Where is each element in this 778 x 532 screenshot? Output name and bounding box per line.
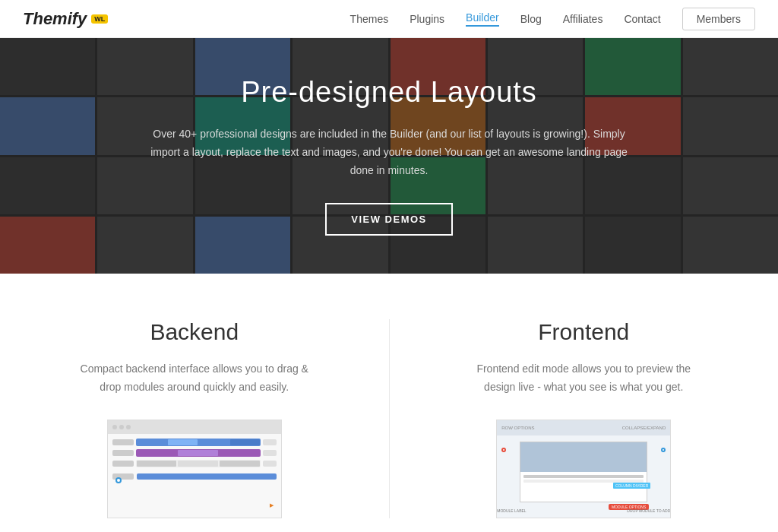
hero-section: Pre-designed Layouts Over 40+ profession… — [0, 38, 778, 274]
logo-badge: WL — [91, 14, 108, 24]
frontend-title: Frontend — [538, 319, 629, 345]
mockup-header-bar — [108, 420, 281, 434]
handle-circle — [115, 477, 122, 483]
nav-plugins[interactable]: Plugins — [410, 13, 444, 25]
backend-mockup: ▶ — [107, 420, 282, 518]
backend-description: Compact backend interface allows you to … — [73, 360, 316, 397]
dot-1 — [112, 425, 117, 429]
row-label — [112, 461, 134, 467]
row-options — [263, 461, 277, 467]
site-header: Themify WL Themes Plugins Builder Blog A… — [0, 0, 778, 38]
dot-2 — [119, 425, 124, 429]
frontend-mockup: ROW OPTIONS COLLAPSE/EXPAND COLUMN DIVID… — [496, 420, 671, 518]
logo[interactable]: Themify WL — [23, 9, 108, 29]
fm-handle-right — [661, 448, 666, 452]
dot-3 — [126, 425, 131, 429]
row-options — [263, 450, 277, 456]
fm-handle-left — [501, 448, 506, 452]
nav-blog[interactable]: Blog — [520, 13, 542, 25]
hero-title: Pre-designed Layouts — [146, 76, 632, 109]
light-bar — [136, 460, 261, 467]
row-label — [112, 450, 134, 456]
logo-text: Themify — [23, 9, 87, 29]
mockup-content — [108, 434, 281, 484]
frontend-feature: Frontend Frontend edit mode allows you t… — [390, 304, 779, 532]
fm-module-label: MODULE LABEL — [497, 508, 526, 513]
mockup-row-2 — [112, 449, 277, 457]
mockup-row-1 — [112, 439, 277, 446]
row-options — [263, 439, 277, 445]
mockup-row-4 — [112, 473, 277, 480]
backend-feature: Backend Compact backend interface allows… — [0, 304, 389, 532]
view-demos-button[interactable]: VIEW DEMOS — [325, 203, 453, 236]
nav-contact[interactable]: Contact — [624, 13, 660, 25]
fm-toolbar: ROW OPTIONS COLLAPSE/EXPAND — [497, 420, 670, 435]
mockup-row-3 — [112, 460, 277, 467]
nav-themes[interactable]: Themes — [350, 13, 389, 25]
purple-bar — [136, 449, 261, 457]
hero-description: Over 40+ professional designs are includ… — [146, 125, 632, 179]
fm-drop-module-label: DROP MODULE TO ADD — [627, 508, 670, 513]
nav-builder[interactable]: Builder — [466, 11, 499, 27]
frontend-description: Frontend edit mode allows you to preview… — [462, 360, 705, 397]
blue-bar — [136, 439, 261, 446]
backend-title: Backend — [150, 319, 239, 345]
main-nav: Themes Plugins Builder Blog Affiliates C… — [350, 8, 755, 30]
row-label — [112, 439, 134, 445]
fm-image-area — [520, 442, 647, 472]
fm-column-divider-label: COLUMN DIVIDER — [613, 483, 650, 489]
fm-content-area — [520, 442, 647, 502]
hero-content: Pre-designed Layouts Over 40+ profession… — [115, 76, 663, 235]
nav-affiliates[interactable]: Affiliates — [563, 13, 603, 25]
arrow-indicator: ▶ — [270, 502, 274, 508]
nav-members[interactable]: Members — [682, 8, 755, 30]
features-section: Backend Compact backend interface allows… — [0, 274, 778, 532]
